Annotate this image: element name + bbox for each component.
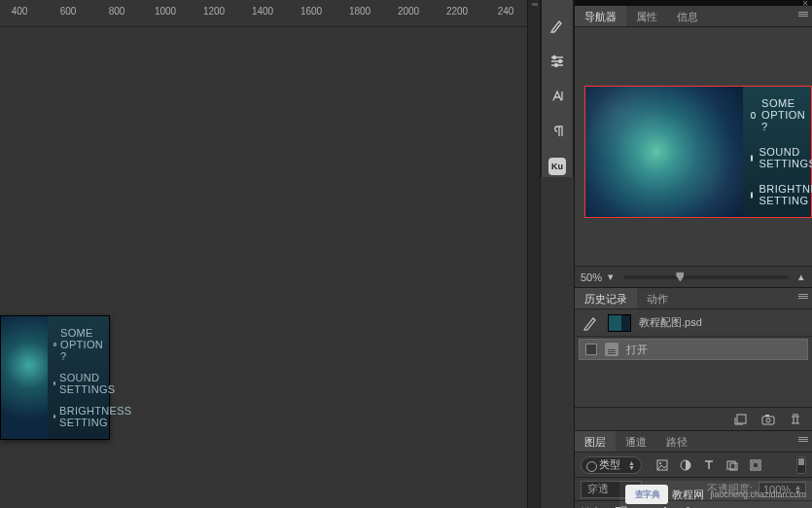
navigator-proxy-view[interactable]: SOME OPTION ? SOUND SETTINGS BRIGHTNESS …: [584, 86, 812, 218]
watermark-main-text: 教程网: [672, 488, 704, 502]
history-body: 教程配图.psd 打开: [575, 309, 812, 407]
tab-paths[interactable]: 路径: [656, 431, 697, 452]
svg-rect-6: [765, 415, 769, 417]
right-panel-column: × 导航器 属性 信息 SOME OPTION ? SOUND SETTINGS…: [574, 0, 812, 508]
canvas-document-preview[interactable]: SOME OPTION ? SOUND SETTINGS BRIGHTNESS …: [0, 315, 110, 440]
nav-preview-item: SOME OPTION ?: [751, 97, 811, 132]
history-step-checkbox[interactable]: [585, 344, 597, 355]
filter-smartobject-icon[interactable]: [749, 458, 762, 472]
ruler-mark: 1400: [252, 6, 273, 17]
zoom-slider[interactable]: [623, 275, 789, 279]
watermark-url: jiaocheng.chazidian.com: [710, 490, 806, 499]
preview-menu-item: BRIGHTNESS SETTING: [53, 405, 109, 428]
layer-filter-icons: [655, 458, 762, 472]
create-document-from-state-icon[interactable]: [734, 414, 748, 425]
ruler-mark: 1000: [155, 6, 176, 17]
tab-layers[interactable]: 图层: [575, 431, 616, 452]
zoom-value: 50%: [581, 272, 602, 283]
history-brush-icon: [583, 314, 600, 332]
filter-toggle-switch[interactable]: [796, 456, 806, 474]
brush-icon[interactable]: [547, 18, 567, 35]
filter-shape-icon[interactable]: [725, 458, 739, 472]
navigator-tab-row: 导航器 属性 信息: [575, 6, 812, 27]
zoom-in-icon[interactable]: ▴: [796, 272, 806, 282]
layers-tab-row: 图层 通道 路径: [575, 431, 812, 453]
zoom-out-icon[interactable]: ▾: [606, 272, 616, 282]
ruler-mark: 2200: [446, 6, 468, 17]
svg-point-0: [553, 56, 556, 59]
svg-point-8: [659, 462, 661, 464]
panel-menu-icon[interactable]: [798, 437, 808, 442]
preview-menu-item: SOME OPTION ?: [53, 327, 109, 362]
zoom-slider-thumb[interactable]: [676, 272, 684, 282]
adjustments-icon[interactable]: [547, 53, 567, 70]
panel-gutter[interactable]: [527, 0, 541, 508]
history-step-open[interactable]: 打开: [579, 339, 808, 360]
history-document-row[interactable]: 教程配图.psd: [575, 309, 812, 337]
history-footer: [575, 407, 812, 430]
vertical-tool-strip: Ku: [541, 0, 574, 177]
svg-point-5: [766, 418, 770, 422]
ruler-mark: 1800: [349, 6, 371, 17]
dropdown-arrows-icon: ▲▼: [628, 460, 635, 470]
tab-channels[interactable]: 通道: [616, 431, 656, 452]
navigator-footer: 50% ▾ ▴: [575, 266, 812, 287]
svg-point-2: [555, 64, 558, 67]
svg-rect-13: [753, 462, 759, 468]
delete-state-icon[interactable]: [789, 414, 802, 425]
tab-info[interactable]: 信息: [667, 6, 708, 26]
history-document-name: 教程配图.psd: [639, 315, 702, 330]
tab-properties[interactable]: 属性: [626, 6, 667, 26]
ruler-mark: 800: [109, 6, 125, 17]
navigator-menu-area: SOME OPTION ? SOUND SETTINGS BRIGHTNESS …: [743, 87, 811, 217]
history-tab-row: 历史记录 动作: [575, 288, 812, 309]
snapshot-icon[interactable]: [761, 414, 775, 425]
layer-filter-kind-select[interactable]: 类型 ▲▼: [581, 456, 642, 474]
panel-menu-icon[interactable]: [798, 12, 808, 17]
history-step-icon: [605, 343, 618, 356]
navigator-image-area: [585, 87, 743, 217]
ruler-mark: 1200: [203, 6, 225, 17]
lock-label: 锁定:: [581, 505, 605, 509]
svg-rect-10: [727, 461, 735, 469]
ruler-mark: 1600: [300, 6, 322, 17]
site-watermark: 查字典 教程网 jiaocheng.chazidian.com: [619, 481, 812, 508]
nav-preview-item: BRIGHTNESS SETTING: [751, 183, 811, 206]
layers-filter-row: 类型 ▲▼: [575, 453, 812, 478]
tab-actions[interactable]: 动作: [637, 288, 678, 308]
history-empty-area: [575, 362, 812, 407]
history-step-label: 打开: [626, 343, 648, 357]
ruler-mark: 400: [12, 6, 28, 17]
navigator-body[interactable]: SOME OPTION ? SOUND SETTINGS BRIGHTNESS …: [575, 27, 812, 266]
ku-plugin-icon[interactable]: Ku: [548, 158, 566, 175]
watermark-logo: 查字典: [625, 485, 668, 504]
ruler-mark: 2000: [398, 6, 419, 17]
blend-mode-value: 穿透: [587, 482, 609, 496]
svg-point-1: [559, 60, 562, 63]
layer-kind-label: 类型: [599, 457, 620, 472]
character-icon[interactable]: [547, 88, 567, 105]
ruler-mark: 600: [60, 6, 77, 17]
panel-menu-icon[interactable]: [798, 294, 808, 299]
history-document-thumb: [608, 314, 631, 332]
preview-menu-item: SOUND SETTINGS: [53, 372, 109, 395]
filter-adjustment-icon[interactable]: [679, 458, 692, 472]
tab-history[interactable]: 历史记录: [575, 288, 637, 308]
history-panel: 历史记录 动作 教程配图.psd 打开: [575, 288, 812, 431]
canvas-area[interactable]: SOME OPTION ? SOUND SETTINGS BRIGHTNESS …: [0, 27, 527, 508]
svg-rect-3: [737, 415, 746, 423]
ruler-mark: 240: [498, 6, 514, 17]
filter-type-icon[interactable]: [702, 458, 716, 472]
filter-pixel-icon[interactable]: [655, 458, 669, 472]
paragraph-icon[interactable]: [547, 123, 567, 140]
tab-navigator[interactable]: 导航器: [575, 6, 626, 26]
preview-nebula-image: [1, 316, 48, 439]
svg-rect-4: [762, 417, 774, 424]
nav-preview-item: SOUND SETTINGS: [751, 146, 811, 169]
preview-menu-panel: SOME OPTION ? SOUND SETTINGS BRIGHTNESS …: [48, 316, 109, 439]
navigator-panel: 导航器 属性 信息 SOME OPTION ? SOUND SETTINGS B…: [575, 6, 812, 288]
